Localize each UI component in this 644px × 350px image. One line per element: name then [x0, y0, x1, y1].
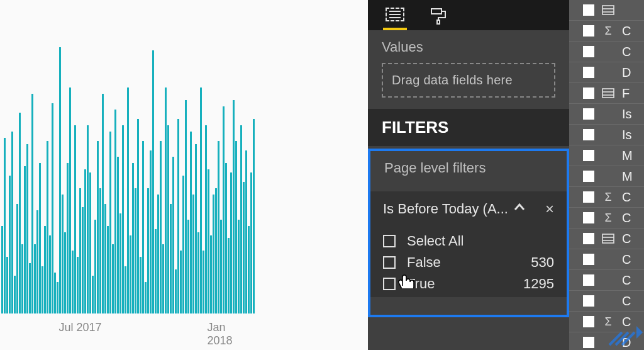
close-icon[interactable]: × [545, 200, 554, 218]
chart-bar [26, 144, 28, 313]
field-row[interactable]: D [569, 62, 644, 82]
chart-bar [187, 220, 189, 313]
chart-bar [225, 163, 227, 313]
chart-bar [24, 166, 26, 313]
checkbox[interactable] [383, 256, 396, 269]
checkbox[interactable] [583, 108, 594, 120]
checkbox[interactable] [383, 235, 396, 247]
chart-bar [57, 282, 58, 313]
chart-bar [67, 163, 69, 313]
chart-bar [250, 172, 252, 313]
checkbox[interactable] [383, 278, 396, 290]
chart-bar [92, 276, 94, 313]
field-row[interactable]: ΣC [569, 187, 644, 207]
chart-bar [137, 119, 139, 313]
checkbox[interactable] [583, 67, 594, 78]
chart-bar [87, 125, 89, 313]
field-row[interactable]: M [569, 166, 644, 186]
fields-icon [386, 8, 404, 21]
checkbox[interactable] [583, 254, 594, 265]
chart-bar [42, 266, 43, 313]
chart-bar [64, 232, 66, 313]
filter-option[interactable]: True1295 [383, 273, 554, 295]
chevron-up-icon[interactable] [513, 201, 526, 217]
chart-bar [135, 188, 136, 313]
chart-area: Jul 2017Jan 2018 [0, 0, 368, 350]
svg-rect-5 [602, 89, 614, 98]
chart-bar [19, 113, 21, 313]
checkbox[interactable] [583, 88, 594, 99]
chart-bar [248, 226, 250, 313]
chart-bar [192, 195, 194, 313]
tab-format[interactable] [430, 8, 448, 23]
checkbox[interactable] [583, 274, 594, 286]
checkbox[interactable] [583, 4, 594, 16]
checkbox[interactable] [583, 337, 594, 348]
chart-bar [14, 276, 16, 313]
field-row[interactable]: C [569, 291, 644, 311]
field-row[interactable]: ΣC [569, 21, 644, 41]
chart-bar [230, 172, 232, 313]
field-row[interactable]: C [569, 42, 644, 62]
checkbox[interactable] [583, 150, 594, 161]
field-row[interactable]: C [569, 270, 644, 290]
chart-bar [147, 188, 149, 313]
field-row[interactable]: ΣC [569, 208, 644, 228]
filter-option-label: Select All [407, 233, 464, 249]
chart-bar [59, 47, 61, 313]
fields-panel: ΣCCDFIsIsMMΣCΣCCCCCΣCD [569, 0, 644, 350]
field-row[interactable]: M [569, 145, 644, 166]
field-row[interactable]: F [569, 83, 644, 103]
chart-bar [39, 163, 41, 313]
field-row[interactable]: C [569, 249, 644, 269]
values-drop-zone[interactable]: Drag data fields here [382, 63, 555, 98]
filter-option[interactable]: Select All [383, 230, 554, 252]
chart-bar [182, 176, 184, 313]
field-row[interactable]: Is [569, 125, 644, 145]
checkbox[interactable] [583, 212, 594, 223]
chart-bar [205, 125, 207, 313]
checkbox[interactable] [583, 316, 594, 327]
field-label: C [622, 252, 631, 267]
tab-fields[interactable] [386, 8, 404, 23]
checkbox[interactable] [583, 233, 594, 244]
checkbox[interactable] [583, 191, 594, 203]
checkbox[interactable] [583, 129, 594, 140]
field-label: C [622, 273, 631, 288]
chart-bar [9, 176, 11, 313]
chart-bar [117, 157, 119, 313]
sigma-icon: Σ [602, 192, 614, 202]
field-row[interactable]: Is [569, 104, 644, 124]
chart-bar [152, 50, 154, 313]
checkbox[interactable] [583, 46, 594, 57]
checkbox[interactable] [583, 295, 594, 307]
field-label: M [622, 149, 633, 163]
blank-icon [602, 296, 614, 306]
field-label: D [622, 65, 631, 80]
hierarchy-icon [602, 5, 614, 15]
chart-bar [11, 132, 13, 313]
chart-bar [52, 103, 53, 313]
chart-bar [245, 150, 247, 313]
chart-bar [233, 100, 235, 313]
sigma-icon: Σ [602, 26, 614, 36]
checkbox[interactable] [583, 25, 594, 37]
field-label: C [622, 232, 631, 246]
x-tick-label: Jan 2018 [207, 321, 247, 347]
blank-icon [602, 47, 614, 57]
blank-icon [602, 67, 614, 77]
field-row[interactable] [569, 0, 644, 20]
filter-option[interactable]: False530 [383, 252, 554, 273]
chart-bar [125, 266, 126, 313]
chart-bar [140, 257, 142, 313]
chart-bar [29, 263, 31, 313]
visualizations-panel: Values Drag data fields here FILTERS Pag… [368, 0, 569, 350]
chart-bar [223, 106, 225, 313]
field-label: F [622, 86, 630, 101]
svg-rect-2 [602, 6, 614, 14]
chart-bar [175, 269, 177, 313]
chart-bar [109, 132, 111, 313]
checkbox[interactable] [583, 171, 594, 182]
field-row[interactable]: C [569, 229, 644, 249]
chart-bar [62, 195, 64, 313]
